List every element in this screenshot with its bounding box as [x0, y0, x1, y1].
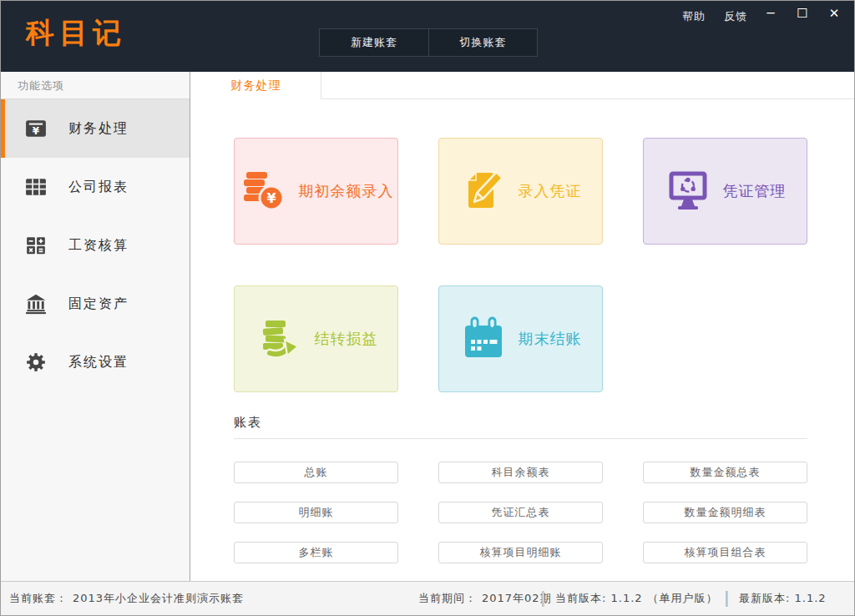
sidebar-header: 功能选项 [1, 72, 190, 99]
report-button-detail-ledger[interactable]: 明细账 [234, 502, 398, 523]
current-account-set-value: 2013年小企业会计准则演示账套 [73, 591, 244, 606]
card-label: 录入凭证 [519, 181, 582, 201]
tab-finance[interactable]: 财务处理 [191, 72, 321, 99]
table-icon [25, 176, 47, 198]
bank-icon [25, 293, 47, 315]
report-buttons: 总账 科目余额表 数量金额总表 明细账 凭证汇总表 数量金额明细表 多栏账 核算… [234, 462, 854, 563]
report-button-voucher-summary[interactable]: 凭证汇总表 [438, 502, 603, 523]
current-version-label: 当前版本: 1.1.2 [555, 591, 643, 606]
sidebar-item-finance[interactable]: ¥ 财务处理 [1, 99, 190, 158]
current-version-edition: （单用户版） [648, 591, 718, 606]
transfer-arrow-icon [255, 316, 303, 362]
card-voucher-entry[interactable]: 录入凭证 [438, 138, 603, 245]
header-links: 帮助 反馈 [682, 9, 747, 24]
card-voucher-management[interactable]: 凭证管理 [643, 138, 807, 245]
sidebar-item-label: 公司报表 [68, 179, 129, 196]
coins-yen-icon: ¥ [239, 168, 287, 215]
report-button-quantity-amount-detail[interactable]: 数量金额明细表 [643, 502, 807, 523]
current-account-set-label: 当前账套： [9, 591, 68, 606]
report-button-account-balance[interactable]: 科目余额表 [438, 462, 603, 483]
edit-pencil-icon [460, 168, 507, 215]
status-bar: 当前账套： 2013年小企业会计准则演示账套 当前期间： 2017年02期 当前… [1, 581, 854, 615]
card-label: 凭证管理 [723, 181, 787, 201]
current-version: 当前版本: 1.1.2 （单用户版） [555, 582, 718, 615]
window-controls: ─ ☐ ✕ [762, 6, 842, 21]
current-period: 当前期间： 2017年02期 [418, 582, 552, 615]
sidebar-item-label: 固定资产 [68, 295, 129, 313]
tab-bar: 财务处理 [191, 72, 854, 99]
maximize-icon[interactable]: ☐ [794, 6, 811, 21]
switch-account-set-button[interactable]: 切换账套 [428, 29, 537, 56]
card-label: 期末结账 [519, 329, 582, 349]
sidebar-item-label: 系统设置 [68, 354, 129, 371]
function-cards: ¥ 期初余额录入 录入凭证 [234, 138, 854, 392]
sidebar-item-settings[interactable]: 系统设置 [1, 333, 190, 391]
card-label: 期初余额录入 [299, 181, 394, 201]
card-profit-loss-carryover[interactable]: 结转损益 [234, 285, 398, 392]
card-period-end-closing[interactable]: 期末结账 [438, 285, 603, 392]
current-account-set: 当前账套： 2013年小企业会计准则演示账套 [9, 582, 244, 615]
new-account-set-button[interactable]: 新建账套 [320, 29, 428, 56]
svg-text:¥: ¥ [266, 190, 276, 206]
report-button-accounting-item-detail[interactable]: 核算项目明细账 [438, 542, 603, 563]
sidebar-item-payroll[interactable]: 工资核算 [1, 216, 190, 275]
sidebar-item-label: 财务处理 [68, 120, 129, 138]
account-actions: 新建账套 切换账套 [319, 28, 538, 57]
svg-text:¥: ¥ [33, 125, 40, 137]
close-icon[interactable]: ✕ [826, 6, 842, 21]
gear-icon [25, 351, 47, 373]
sidebar-item-label: 工资核算 [68, 237, 129, 255]
calendar-icon [460, 316, 507, 362]
report-button-quantity-amount-summary[interactable]: 数量金额总表 [643, 462, 807, 483]
latest-version: 最新版本: 1.1.2 [739, 582, 827, 615]
feedback-link[interactable]: 反馈 [724, 9, 747, 24]
yen-badge-icon: ¥ [25, 118, 47, 139]
sidebar-item-fixed-assets[interactable]: 固定资产 [1, 275, 190, 333]
latest-version-label: 最新版本: 1.1.2 [739, 591, 827, 606]
report-button-general-ledger[interactable]: 总账 [234, 462, 398, 483]
sidebar-item-company-reports[interactable]: 公司报表 [1, 158, 190, 216]
main-content: ¥ 期初余额录入 录入凭证 [191, 99, 854, 581]
help-link[interactable]: 帮助 [682, 9, 706, 24]
sidebar: 功能选项 ¥ 财务处理 公司报表 [1, 72, 190, 581]
calculator-icon [25, 235, 47, 256]
report-button-multi-column-ledger[interactable]: 多栏账 [234, 542, 398, 563]
app-window: 科目记 新建账套 切换账套 帮助 反馈 ─ ☐ ✕ 功能选项 ¥ 财务处理 [0, 0, 855, 616]
status-divider [542, 591, 544, 607]
monitor-icon [665, 168, 711, 215]
card-label: 结转损益 [315, 329, 378, 349]
status-divider [726, 591, 728, 607]
minimize-icon[interactable]: ─ [762, 6, 779, 21]
report-button-accounting-item-combination[interactable]: 核算项目组合表 [643, 542, 807, 563]
title-bar: 科目记 新建账套 切换账套 帮助 反馈 ─ ☐ ✕ [1, 1, 854, 72]
card-initial-balance-entry[interactable]: ¥ 期初余额录入 [234, 138, 398, 245]
reports-divider [234, 438, 807, 439]
app-logo: 科目记 [26, 14, 126, 53]
current-period-label: 当前期间： [418, 591, 477, 606]
reports-heading: 账表 [234, 415, 854, 431]
